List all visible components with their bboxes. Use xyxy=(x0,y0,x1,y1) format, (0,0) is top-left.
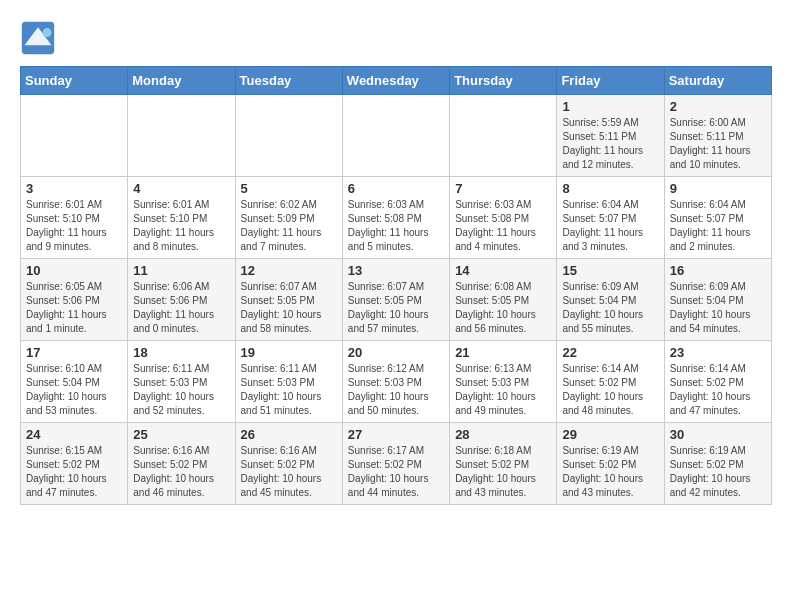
calendar-cell: 21Sunrise: 6:13 AM Sunset: 5:03 PM Dayli… xyxy=(450,341,557,423)
day-info: Sunrise: 6:16 AM Sunset: 5:02 PM Dayligh… xyxy=(133,444,229,500)
calendar-cell: 19Sunrise: 6:11 AM Sunset: 5:03 PM Dayli… xyxy=(235,341,342,423)
day-number: 25 xyxy=(133,427,229,442)
day-info: Sunrise: 6:14 AM Sunset: 5:02 PM Dayligh… xyxy=(670,362,766,418)
weekday-header-saturday: Saturday xyxy=(664,67,771,95)
day-info: Sunrise: 6:03 AM Sunset: 5:08 PM Dayligh… xyxy=(348,198,444,254)
calendar-cell: 4Sunrise: 6:01 AM Sunset: 5:10 PM Daylig… xyxy=(128,177,235,259)
day-number: 3 xyxy=(26,181,122,196)
day-info: Sunrise: 6:09 AM Sunset: 5:04 PM Dayligh… xyxy=(562,280,658,336)
calendar-cell xyxy=(235,95,342,177)
calendar-week-row: 24Sunrise: 6:15 AM Sunset: 5:02 PM Dayli… xyxy=(21,423,772,505)
day-number: 10 xyxy=(26,263,122,278)
calendar-cell: 1Sunrise: 5:59 AM Sunset: 5:11 PM Daylig… xyxy=(557,95,664,177)
logo-icon xyxy=(20,20,56,56)
weekday-header-friday: Friday xyxy=(557,67,664,95)
weekday-header-thursday: Thursday xyxy=(450,67,557,95)
calendar-cell xyxy=(450,95,557,177)
calendar-cell: 12Sunrise: 6:07 AM Sunset: 5:05 PM Dayli… xyxy=(235,259,342,341)
calendar-cell: 13Sunrise: 6:07 AM Sunset: 5:05 PM Dayli… xyxy=(342,259,449,341)
day-number: 4 xyxy=(133,181,229,196)
day-info: Sunrise: 6:08 AM Sunset: 5:05 PM Dayligh… xyxy=(455,280,551,336)
calendar-cell: 10Sunrise: 6:05 AM Sunset: 5:06 PM Dayli… xyxy=(21,259,128,341)
calendar-cell: 15Sunrise: 6:09 AM Sunset: 5:04 PM Dayli… xyxy=(557,259,664,341)
calendar-cell: 23Sunrise: 6:14 AM Sunset: 5:02 PM Dayli… xyxy=(664,341,771,423)
day-info: Sunrise: 6:04 AM Sunset: 5:07 PM Dayligh… xyxy=(670,198,766,254)
calendar-cell: 8Sunrise: 6:04 AM Sunset: 5:07 PM Daylig… xyxy=(557,177,664,259)
calendar-cell: 24Sunrise: 6:15 AM Sunset: 5:02 PM Dayli… xyxy=(21,423,128,505)
page-header xyxy=(20,20,772,56)
calendar-cell: 11Sunrise: 6:06 AM Sunset: 5:06 PM Dayli… xyxy=(128,259,235,341)
calendar-cell: 18Sunrise: 6:11 AM Sunset: 5:03 PM Dayli… xyxy=(128,341,235,423)
day-number: 23 xyxy=(670,345,766,360)
day-number: 1 xyxy=(562,99,658,114)
calendar-cell: 2Sunrise: 6:00 AM Sunset: 5:11 PM Daylig… xyxy=(664,95,771,177)
calendar-cell: 29Sunrise: 6:19 AM Sunset: 5:02 PM Dayli… xyxy=(557,423,664,505)
day-info: Sunrise: 6:04 AM Sunset: 5:07 PM Dayligh… xyxy=(562,198,658,254)
weekday-header-sunday: Sunday xyxy=(21,67,128,95)
day-info: Sunrise: 6:07 AM Sunset: 5:05 PM Dayligh… xyxy=(241,280,337,336)
day-number: 30 xyxy=(670,427,766,442)
day-info: Sunrise: 6:19 AM Sunset: 5:02 PM Dayligh… xyxy=(670,444,766,500)
day-info: Sunrise: 6:12 AM Sunset: 5:03 PM Dayligh… xyxy=(348,362,444,418)
day-info: Sunrise: 6:02 AM Sunset: 5:09 PM Dayligh… xyxy=(241,198,337,254)
day-info: Sunrise: 6:18 AM Sunset: 5:02 PM Dayligh… xyxy=(455,444,551,500)
day-info: Sunrise: 6:07 AM Sunset: 5:05 PM Dayligh… xyxy=(348,280,444,336)
day-number: 7 xyxy=(455,181,551,196)
day-info: Sunrise: 6:19 AM Sunset: 5:02 PM Dayligh… xyxy=(562,444,658,500)
calendar-cell: 6Sunrise: 6:03 AM Sunset: 5:08 PM Daylig… xyxy=(342,177,449,259)
day-info: Sunrise: 6:09 AM Sunset: 5:04 PM Dayligh… xyxy=(670,280,766,336)
calendar-cell: 3Sunrise: 6:01 AM Sunset: 5:10 PM Daylig… xyxy=(21,177,128,259)
calendar-cell: 20Sunrise: 6:12 AM Sunset: 5:03 PM Dayli… xyxy=(342,341,449,423)
day-info: Sunrise: 6:15 AM Sunset: 5:02 PM Dayligh… xyxy=(26,444,122,500)
calendar-cell: 16Sunrise: 6:09 AM Sunset: 5:04 PM Dayli… xyxy=(664,259,771,341)
day-info: Sunrise: 6:17 AM Sunset: 5:02 PM Dayligh… xyxy=(348,444,444,500)
day-info: Sunrise: 6:11 AM Sunset: 5:03 PM Dayligh… xyxy=(133,362,229,418)
day-number: 6 xyxy=(348,181,444,196)
calendar-cell: 22Sunrise: 6:14 AM Sunset: 5:02 PM Dayli… xyxy=(557,341,664,423)
calendar-table: SundayMondayTuesdayWednesdayThursdayFrid… xyxy=(20,66,772,505)
day-info: Sunrise: 6:14 AM Sunset: 5:02 PM Dayligh… xyxy=(562,362,658,418)
day-number: 29 xyxy=(562,427,658,442)
day-number: 28 xyxy=(455,427,551,442)
day-info: Sunrise: 6:03 AM Sunset: 5:08 PM Dayligh… xyxy=(455,198,551,254)
day-number: 5 xyxy=(241,181,337,196)
calendar-week-row: 10Sunrise: 6:05 AM Sunset: 5:06 PM Dayli… xyxy=(21,259,772,341)
day-number: 14 xyxy=(455,263,551,278)
calendar-week-row: 17Sunrise: 6:10 AM Sunset: 5:04 PM Dayli… xyxy=(21,341,772,423)
day-number: 8 xyxy=(562,181,658,196)
day-info: Sunrise: 6:10 AM Sunset: 5:04 PM Dayligh… xyxy=(26,362,122,418)
day-number: 17 xyxy=(26,345,122,360)
calendar-week-row: 3Sunrise: 6:01 AM Sunset: 5:10 PM Daylig… xyxy=(21,177,772,259)
day-info: Sunrise: 6:16 AM Sunset: 5:02 PM Dayligh… xyxy=(241,444,337,500)
day-info: Sunrise: 6:13 AM Sunset: 5:03 PM Dayligh… xyxy=(455,362,551,418)
day-number: 19 xyxy=(241,345,337,360)
weekday-header-wednesday: Wednesday xyxy=(342,67,449,95)
day-number: 15 xyxy=(562,263,658,278)
day-number: 24 xyxy=(26,427,122,442)
day-number: 16 xyxy=(670,263,766,278)
day-info: Sunrise: 5:59 AM Sunset: 5:11 PM Dayligh… xyxy=(562,116,658,172)
calendar-cell: 7Sunrise: 6:03 AM Sunset: 5:08 PM Daylig… xyxy=(450,177,557,259)
day-info: Sunrise: 6:06 AM Sunset: 5:06 PM Dayligh… xyxy=(133,280,229,336)
calendar-cell: 14Sunrise: 6:08 AM Sunset: 5:05 PM Dayli… xyxy=(450,259,557,341)
svg-point-2 xyxy=(43,28,52,37)
day-number: 22 xyxy=(562,345,658,360)
day-info: Sunrise: 6:01 AM Sunset: 5:10 PM Dayligh… xyxy=(26,198,122,254)
calendar-cell: 17Sunrise: 6:10 AM Sunset: 5:04 PM Dayli… xyxy=(21,341,128,423)
calendar-cell xyxy=(21,95,128,177)
day-number: 12 xyxy=(241,263,337,278)
day-number: 18 xyxy=(133,345,229,360)
weekday-header-tuesday: Tuesday xyxy=(235,67,342,95)
day-number: 13 xyxy=(348,263,444,278)
calendar-cell xyxy=(342,95,449,177)
day-info: Sunrise: 6:01 AM Sunset: 5:10 PM Dayligh… xyxy=(133,198,229,254)
day-number: 27 xyxy=(348,427,444,442)
day-number: 2 xyxy=(670,99,766,114)
day-info: Sunrise: 6:11 AM Sunset: 5:03 PM Dayligh… xyxy=(241,362,337,418)
day-number: 20 xyxy=(348,345,444,360)
day-number: 21 xyxy=(455,345,551,360)
calendar-cell: 25Sunrise: 6:16 AM Sunset: 5:02 PM Dayli… xyxy=(128,423,235,505)
day-number: 11 xyxy=(133,263,229,278)
day-info: Sunrise: 6:05 AM Sunset: 5:06 PM Dayligh… xyxy=(26,280,122,336)
day-number: 9 xyxy=(670,181,766,196)
